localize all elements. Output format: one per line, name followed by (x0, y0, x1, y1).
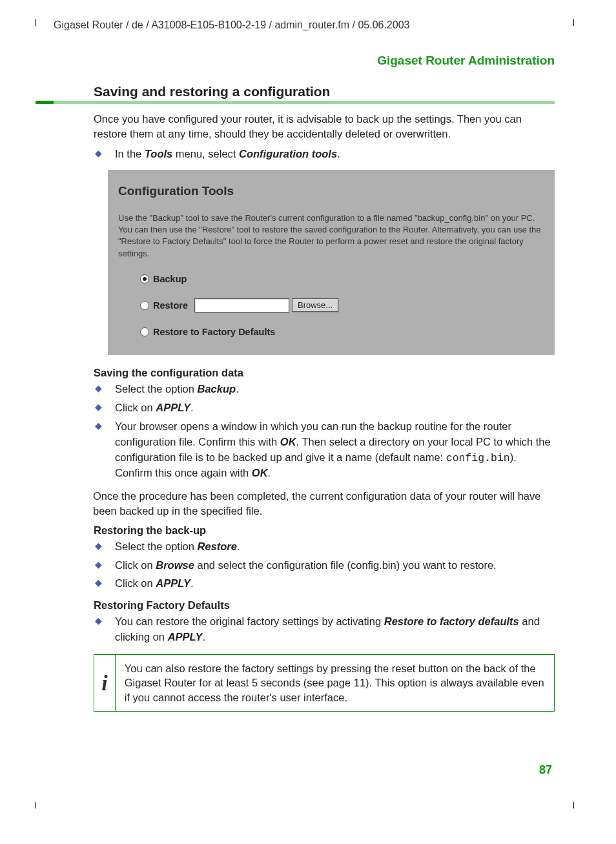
section-label: Gigaset Router Administration (94, 54, 555, 68)
radio-factory-label: Restore to Factory Defaults (153, 327, 275, 337)
info-icon-cell: i (94, 655, 116, 711)
restoring-step-2: Click on Browse and select the configura… (94, 558, 555, 573)
radio-restore-label: Restore (153, 300, 188, 311)
radio-factory-icon[interactable] (140, 327, 149, 336)
intro-bullet: In the Tools menu, select Configuration … (94, 147, 555, 162)
intro-paragraph: Once you have configured your router, it… (94, 112, 555, 141)
info-box: i You can also restore the factory setti… (94, 654, 555, 712)
radio-restore-icon[interactable] (140, 301, 149, 310)
radio-row-factory[interactable]: Restore to Factory Defaults (140, 327, 544, 337)
subhead-factory: Restoring Factory Defaults (94, 599, 555, 612)
page-number: 87 (539, 763, 552, 777)
radio-row-restore[interactable]: Restore Browse... (140, 298, 544, 313)
page-title: Saving and restoring a configuration (94, 84, 555, 99)
header-path: Gigaset Router / de / A31008-E105-B100-2… (54, 19, 555, 31)
saving-step-2: Click on APPLY. (94, 400, 555, 416)
info-text: You can also restore the factory setting… (116, 655, 554, 711)
heading-underline (36, 101, 555, 104)
after-saving-paragraph: Once the procedure has been completed, t… (93, 489, 555, 519)
config-tools-screenshot: Configuration Tools Use the "Backup" too… (108, 170, 555, 355)
restoring-step-3: Click on APPLY. (94, 576, 555, 592)
saving-step-3: Your browser opens a window in which you… (94, 419, 555, 482)
radio-backup-icon[interactable] (140, 274, 149, 283)
subhead-saving: Saving the configuration data (94, 367, 555, 379)
factory-step-1: You can restore the original factory set… (94, 614, 555, 645)
screenshot-title: Configuration Tools (118, 184, 544, 198)
subhead-restoring: Restoring the back-up (94, 524, 555, 537)
restore-file-input[interactable] (194, 298, 289, 313)
browse-button[interactable]: Browse... (292, 298, 338, 312)
saving-step-1: Select the option Backup. (94, 382, 555, 397)
restoring-step-1: Select the option Restore. (94, 539, 555, 555)
radio-row-backup[interactable]: Backup (140, 274, 544, 284)
info-icon: i (101, 671, 107, 695)
radio-backup-label: Backup (153, 274, 187, 284)
screenshot-description: Use the "Backup" tool to save the Router… (118, 212, 544, 260)
